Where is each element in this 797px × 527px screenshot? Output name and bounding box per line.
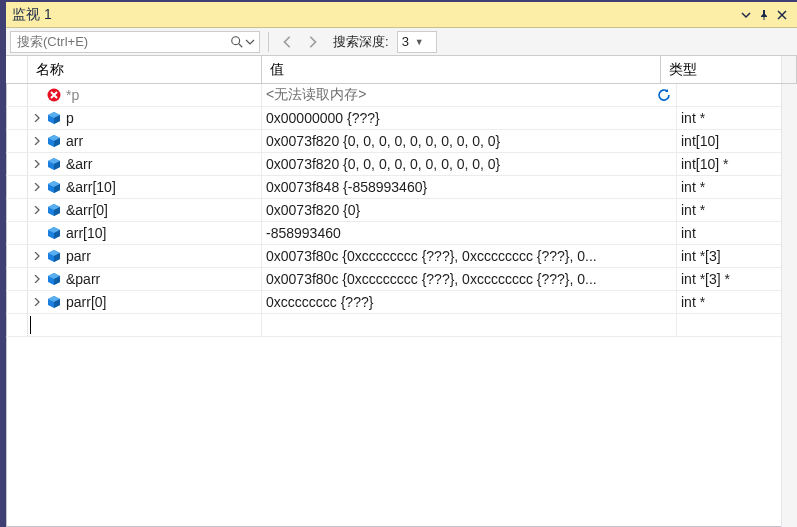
- search-box[interactable]: [10, 31, 260, 53]
- row-gutter: [6, 222, 28, 244]
- variable-icon: [46, 133, 62, 149]
- value-cell[interactable]: 0x0073f820 {0, 0, 0, 0, 0, 0, 0, 0, 0, 0…: [262, 130, 677, 152]
- row-gutter: [6, 314, 28, 336]
- window-dropdown-icon[interactable]: [737, 6, 755, 24]
- row-gutter: [6, 268, 28, 290]
- value-cell[interactable]: 0x0073f80c {0xcccccccc {???}, 0xcccccccc…: [262, 268, 677, 290]
- watch-name: *p: [66, 87, 79, 103]
- new-watch-input[interactable]: [28, 314, 262, 336]
- expand-toggle[interactable]: [32, 251, 42, 261]
- name-cell[interactable]: arr[10]: [28, 222, 262, 244]
- row-gutter: [6, 130, 28, 152]
- watch-row[interactable]: &arr[0]0x0073f820 {0}int *: [6, 199, 797, 222]
- column-header-type[interactable]: 类型: [661, 56, 781, 83]
- grid-header: 名称 值 类型: [6, 56, 797, 84]
- row-gutter: [6, 199, 28, 221]
- gutter-header: [6, 56, 28, 83]
- watch-name: &arr[0]: [66, 202, 108, 218]
- watch-name: parr: [66, 248, 91, 264]
- name-cell[interactable]: &arr[10]: [28, 176, 262, 198]
- value-cell: [262, 314, 677, 336]
- watch-row[interactable]: &arr0x0073f820 {0, 0, 0, 0, 0, 0, 0, 0, …: [6, 153, 797, 176]
- watch-row[interactable]: arr[10]-858993460int: [6, 222, 797, 245]
- search-depth-selector[interactable]: 3 ▼: [397, 31, 437, 53]
- close-icon[interactable]: [773, 6, 791, 24]
- expand-toggle[interactable]: [32, 159, 42, 169]
- watch-row[interactable]: *p<无法读取内存>: [6, 84, 797, 107]
- value-cell[interactable]: 0xcccccccc {???}: [262, 291, 677, 313]
- name-cell[interactable]: parr[0]: [28, 291, 262, 313]
- svg-line-1: [239, 43, 243, 47]
- watch-value: 0x0073f848 {-858993460}: [266, 179, 427, 195]
- expand-toggle[interactable]: [32, 113, 42, 123]
- new-watch-row[interactable]: [6, 314, 797, 337]
- value-cell[interactable]: -858993460: [262, 222, 677, 244]
- row-gutter: [6, 84, 28, 106]
- watch-grid: 名称 值 类型 *p<无法读取内存>p0x00000000 {???}int *…: [6, 56, 797, 527]
- expand-toggle[interactable]: [32, 136, 42, 146]
- variable-icon: [46, 294, 62, 310]
- watch-row[interactable]: p0x00000000 {???}int *: [6, 107, 797, 130]
- column-header-name[interactable]: 名称: [28, 56, 262, 83]
- type-cell: [677, 84, 797, 106]
- watch-row[interactable]: &parr0x0073f80c {0xcccccccc {???}, 0xccc…: [6, 268, 797, 291]
- toolbar: 搜索深度: 3 ▼: [6, 28, 797, 56]
- variable-icon: [46, 248, 62, 264]
- name-cell[interactable]: &arr[0]: [28, 199, 262, 221]
- name-cell[interactable]: arr: [28, 130, 262, 152]
- expand-toggle[interactable]: [32, 297, 42, 307]
- pin-icon[interactable]: [755, 6, 773, 24]
- row-gutter: [6, 107, 28, 129]
- toolbar-separator: [268, 32, 269, 52]
- nav-back-button[interactable]: [277, 31, 299, 53]
- type-cell: int *: [677, 107, 797, 129]
- value-cell[interactable]: 0x00000000 {???}: [262, 107, 677, 129]
- grid-body: *p<无法读取内存>p0x00000000 {???}int *arr0x007…: [6, 84, 797, 337]
- watch-row[interactable]: arr0x0073f820 {0, 0, 0, 0, 0, 0, 0, 0, 0…: [6, 130, 797, 153]
- column-header-value[interactable]: 值: [262, 56, 661, 83]
- refresh-icon[interactable]: [656, 87, 672, 103]
- panel-titlebar: 监视 1: [6, 2, 797, 28]
- name-cell[interactable]: parr: [28, 245, 262, 267]
- expand-toggle[interactable]: [32, 205, 42, 215]
- variable-icon: [46, 156, 62, 172]
- watch-name: &parr: [66, 271, 100, 287]
- watch-value: 0x0073f820 {0, 0, 0, 0, 0, 0, 0, 0, 0, 0…: [266, 133, 500, 149]
- watch-panel-frame: 监视 1 搜索深度: 3 ▼: [0, 0, 797, 527]
- value-cell[interactable]: 0x0073f820 {0}: [262, 199, 677, 221]
- search-dropdown-icon[interactable]: [245, 34, 255, 50]
- expand-toggle[interactable]: [32, 274, 42, 284]
- type-cell: int[10] *: [677, 153, 797, 175]
- type-cell: int: [677, 222, 797, 244]
- name-cell[interactable]: &parr: [28, 268, 262, 290]
- variable-icon: [46, 179, 62, 195]
- name-cell[interactable]: *p: [28, 84, 262, 106]
- variable-icon: [46, 110, 62, 126]
- row-gutter: [6, 291, 28, 313]
- watch-name: &arr[10]: [66, 179, 116, 195]
- vertical-scrollbar[interactable]: [781, 84, 797, 527]
- watch-row[interactable]: &arr[10]0x0073f848 {-858993460}int *: [6, 176, 797, 199]
- type-cell: int *[3] *: [677, 268, 797, 290]
- watch-value: 0x0073f820 {0, 0, 0, 0, 0, 0, 0, 0, 0, 0…: [266, 156, 500, 172]
- value-cell[interactable]: <无法读取内存>: [262, 84, 677, 106]
- value-cell[interactable]: 0x0073f820 {0, 0, 0, 0, 0, 0, 0, 0, 0, 0…: [262, 153, 677, 175]
- watch-row[interactable]: parr[0]0xcccccccc {???}int *: [6, 291, 797, 314]
- row-gutter: [6, 153, 28, 175]
- search-icon[interactable]: [229, 34, 245, 50]
- type-cell: int *: [677, 291, 797, 313]
- error-icon: [46, 87, 62, 103]
- value-cell[interactable]: 0x0073f848 {-858993460}: [262, 176, 677, 198]
- panel-title: 监视 1: [12, 6, 52, 24]
- row-gutter: [6, 245, 28, 267]
- name-cell[interactable]: &arr: [28, 153, 262, 175]
- watch-row[interactable]: parr0x0073f80c {0xcccccccc {???}, 0xcccc…: [6, 245, 797, 268]
- watch-value: 0x0073f80c {0xcccccccc {???}, 0xcccccccc…: [266, 248, 597, 264]
- value-cell[interactable]: 0x0073f80c {0xcccccccc {???}, 0xcccccccc…: [262, 245, 677, 267]
- nav-forward-button[interactable]: [301, 31, 323, 53]
- name-cell[interactable]: p: [28, 107, 262, 129]
- text-caret: [30, 316, 31, 334]
- expand-toggle[interactable]: [32, 182, 42, 192]
- search-input[interactable]: [15, 33, 229, 50]
- watch-name: arr: [66, 133, 83, 149]
